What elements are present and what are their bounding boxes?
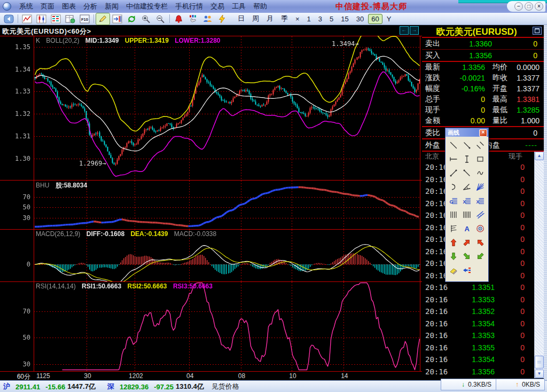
tape-row[interactable]: 20:161.33550	[422, 342, 544, 354]
palette-title-bar[interactable]: 画线 ×	[446, 128, 488, 137]
app-icon[interactable]	[3, 2, 11, 11]
scroll-down-icon[interactable]: ▼	[535, 370, 544, 378]
fibonacci-circle-tool[interactable]	[474, 222, 487, 236]
y-axis-tick: 1.34	[0, 66, 30, 73]
arrow-se-green-tool[interactable]	[460, 249, 473, 263]
menu-item-图表[interactable]: 图表	[62, 2, 76, 11]
rsi-canvas[interactable]	[0, 281, 422, 371]
rsi-name: RSI(14,14,14)	[36, 283, 76, 290]
arrow-sw-green-tool[interactable]	[474, 249, 487, 263]
wave-line-tool[interactable]	[474, 166, 487, 180]
minimize-button[interactable]: −	[514, 2, 523, 11]
time-lines-5-tool[interactable]	[460, 208, 473, 222]
arrow-up-red-tool[interactable]	[447, 236, 460, 249]
menu-item-工具[interactable]: 工具	[232, 2, 246, 11]
tape-row[interactable]: 20:161.33540	[422, 354, 544, 366]
info-table-button[interactable]	[63, 13, 77, 25]
rectangle-tool[interactable]	[474, 152, 487, 166]
ray-line-tool[interactable]	[460, 138, 473, 152]
arc-tool[interactable]	[447, 180, 460, 194]
time-lines-4-tool[interactable]	[447, 208, 460, 222]
period-日-button[interactable]: 日	[235, 13, 248, 25]
horizontal-line-tool[interactable]	[447, 152, 460, 166]
percent-lines-tool[interactable]: X	[460, 194, 473, 208]
menu-item-分析[interactable]: 分析	[83, 2, 97, 11]
candle-chart-button[interactable]	[34, 13, 49, 25]
price-alarm-button[interactable]	[171, 13, 186, 25]
menu-item-交易[interactable]: 交易	[210, 2, 224, 11]
period-1-button[interactable]: 1	[304, 14, 314, 24]
scroll-up-icon[interactable]: ▲	[535, 152, 544, 160]
period-季-button[interactable]: 季	[278, 13, 291, 25]
ray-dot-tool[interactable]	[460, 166, 473, 180]
period-15-button[interactable]: 15	[338, 14, 351, 24]
close-button[interactable]: ×	[535, 2, 543, 11]
period-×-button[interactable]: ×	[292, 14, 303, 24]
quick-trade-button[interactable]	[215, 13, 229, 25]
eraser-tool[interactable]	[447, 263, 460, 277]
draw-line-button[interactable]	[96, 13, 110, 25]
scroll-thumb[interactable]	[535, 356, 544, 369]
hand-trade-button[interactable]	[186, 13, 200, 25]
account-button[interactable]	[200, 13, 215, 25]
tape-row[interactable]: 20:161.33560	[422, 366, 544, 378]
f10-button[interactable]: F10	[77, 13, 92, 25]
page-left-icon[interactable]: ←	[400, 26, 409, 35]
cycle-ruler-tool[interactable]	[447, 222, 460, 236]
tape-row[interactable]: 20:161.33510	[422, 281, 544, 294]
sell-price: 1.3360	[447, 40, 492, 48]
golden-section-tool[interactable]: G	[447, 194, 460, 208]
period-30-button[interactable]: 30	[353, 14, 367, 24]
tape-row[interactable]: 20:161.33520	[422, 305, 544, 318]
tape-price: 1.3355	[450, 343, 495, 352]
line-chart-button[interactable]	[20, 13, 34, 25]
segment-line-tool[interactable]	[447, 166, 460, 180]
main-chart-canvas[interactable]	[0, 36, 422, 180]
palette-close-icon[interactable]: ×	[479, 129, 487, 137]
trend-line-tool[interactable]	[447, 138, 460, 152]
parallel-lines-tool[interactable]	[474, 138, 487, 152]
text-tool-tool[interactable]: A	[460, 222, 473, 236]
vertical-line-tool[interactable]	[460, 152, 473, 166]
rsi-indicator-panel: RSI(14,14,14) RSI1:50.6663 RSI2:50.6663 …	[0, 281, 422, 371]
scale-axis-button[interactable]	[110, 13, 124, 25]
toolbar-separator	[169, 14, 170, 23]
refresh-button[interactable]	[124, 13, 139, 25]
period-5-button[interactable]: 5	[326, 14, 337, 24]
window-title: 中信建投-博易大师	[335, 2, 407, 12]
period-3-button[interactable]: 3	[315, 14, 325, 24]
menu-item-新闻[interactable]: 新闻	[105, 2, 119, 11]
restore-button[interactable]: □	[525, 2, 533, 11]
menu-item-帮助[interactable]: 帮助	[253, 2, 267, 11]
menu-item-页面[interactable]: 页面	[41, 2, 54, 11]
period-周-button[interactable]: 周	[249, 13, 262, 25]
page-right-icon[interactable]: →	[410, 26, 419, 35]
quote-stat-row: 最新1.3356均价0.0000	[422, 62, 544, 73]
menu-item-中信建投专栏[interactable]: 中信建投专栏	[126, 2, 168, 11]
tape-row[interactable]: 20:161.33530	[422, 294, 544, 306]
period-Y-button[interactable]: Y	[384, 14, 395, 24]
zoom-in-button[interactable]	[139, 13, 153, 25]
quote-board-button[interactable]	[49, 13, 63, 25]
arrow-down-green-tool[interactable]	[447, 249, 460, 263]
angle-fan-tool[interactable]	[460, 180, 473, 194]
tape-scrollbar[interactable]: ▲ ▼	[534, 152, 544, 378]
arrow-nw-red-tool[interactable]	[474, 236, 487, 249]
slant-channel-tool[interactable]	[474, 208, 487, 222]
tape-price: 1.3354	[450, 319, 495, 328]
buy-row[interactable]: 买入 1.3356 0	[422, 50, 544, 61]
exit-draw-tool[interactable]	[460, 263, 473, 277]
zoom-out-button[interactable]	[153, 13, 168, 25]
sell-row[interactable]: 卖出 1.3360 0	[422, 38, 544, 49]
period-月-button[interactable]: 月	[263, 13, 277, 25]
fibonacci-lines-tool[interactable]: X	[474, 194, 487, 208]
back-button[interactable]	[2, 13, 16, 25]
tape-row[interactable]: 20:161.33540	[422, 318, 544, 330]
menu-item-手机行情[interactable]: 手机行情	[175, 2, 203, 11]
gann-fan-tool[interactable]	[474, 180, 487, 194]
menu-item-系统[interactable]: 系统	[19, 2, 33, 11]
tape-row[interactable]: 20:161.33530	[422, 330, 544, 342]
arrow-ne-red-tool[interactable]	[460, 236, 473, 249]
period-60-button[interactable]: 60	[368, 14, 382, 24]
panel-restore-icon[interactable]	[533, 27, 542, 35]
